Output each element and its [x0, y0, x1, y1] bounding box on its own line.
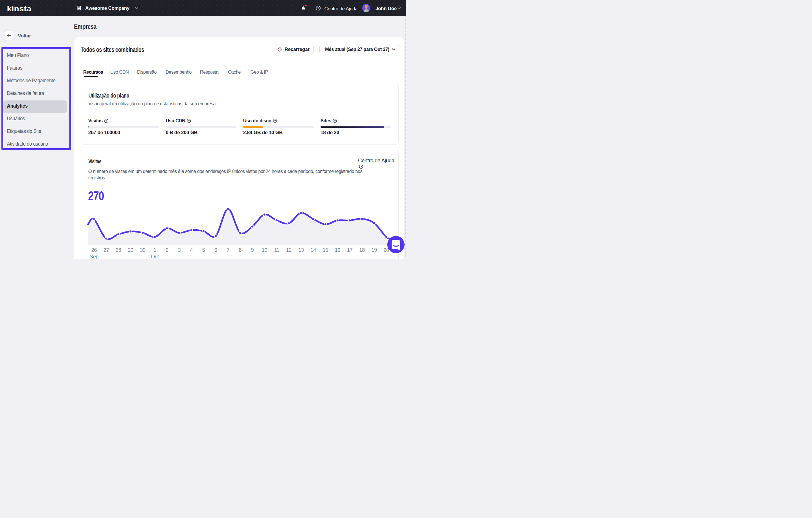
- svg-text:5: 5: [202, 247, 205, 253]
- svg-text:16: 16: [335, 247, 341, 253]
- svg-text:?: ?: [360, 165, 361, 168]
- svg-text:1: 1: [153, 247, 156, 253]
- svg-text:Sep: Sep: [90, 254, 98, 259]
- svg-text:27: 27: [104, 247, 109, 253]
- svg-text:28: 28: [115, 247, 121, 253]
- svg-text:12: 12: [286, 247, 292, 253]
- svg-text:10: 10: [262, 247, 267, 253]
- svg-text:3: 3: [178, 247, 181, 253]
- svg-text:19: 19: [372, 247, 377, 253]
- svg-text:?: ?: [334, 119, 336, 122]
- svg-text:9: 9: [251, 247, 254, 253]
- svg-text:?: ?: [106, 119, 107, 122]
- svg-text:?: ?: [274, 119, 276, 122]
- svg-text:13: 13: [298, 247, 304, 253]
- svg-text:17: 17: [347, 247, 353, 253]
- svg-text:?: ?: [317, 7, 319, 10]
- svg-text:?: ?: [188, 119, 190, 122]
- svg-text:26: 26: [91, 247, 97, 253]
- svg-text:14: 14: [311, 247, 316, 253]
- svg-text:7: 7: [227, 247, 230, 253]
- svg-text:4: 4: [190, 247, 193, 253]
- svg-text:30: 30: [140, 247, 146, 253]
- svg-text:18: 18: [359, 247, 365, 253]
- svg-text:29: 29: [128, 247, 134, 253]
- svg-text:Out: Out: [151, 254, 159, 259]
- svg-text:6: 6: [214, 247, 218, 253]
- svg-text:2: 2: [166, 247, 169, 253]
- svg-text:8: 8: [239, 247, 241, 253]
- svg-text:11: 11: [274, 247, 279, 253]
- svg-text:15: 15: [322, 247, 328, 253]
